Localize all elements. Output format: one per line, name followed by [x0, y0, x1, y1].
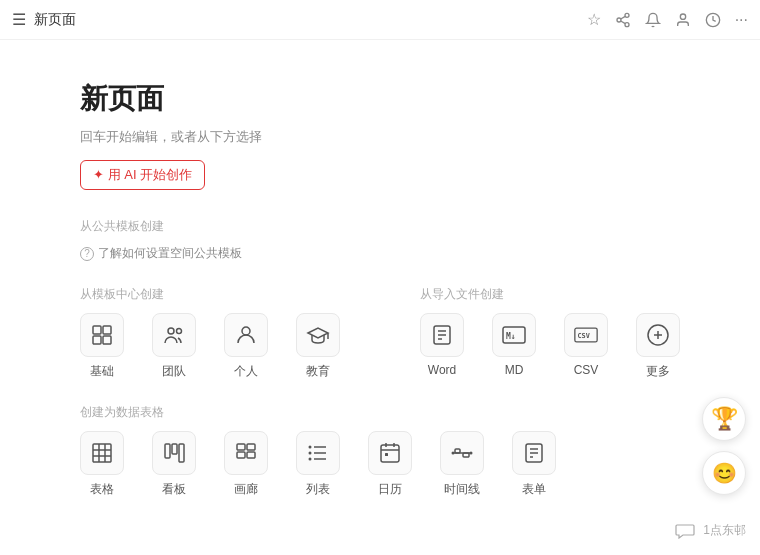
topbar: ☰ 新页面 ☆ ··· [0, 0, 760, 40]
more-import-icon-box [636, 313, 680, 357]
jichu-icon-box [80, 313, 124, 357]
chat-hint[interactable]: 1点东邨 [675, 522, 746, 539]
float-area: 🏆 😊 [702, 397, 746, 495]
jiaoyu-icon-box [296, 313, 340, 357]
create-biaodan[interactable]: 表单 [512, 431, 556, 498]
md-icon-box: M↓ [492, 313, 536, 357]
jiaoyu-label: 教育 [306, 363, 330, 380]
topbar-title: 新页面 [34, 11, 76, 29]
template-geren[interactable]: 个人 [224, 313, 268, 380]
svg-rect-34 [247, 444, 255, 450]
template-jichu[interactable]: 基础 [80, 313, 124, 380]
shijianxian-label: 时间线 [444, 481, 480, 498]
rili-label: 日历 [378, 481, 402, 498]
more-icon[interactable]: ··· [735, 11, 748, 29]
svg-rect-50 [463, 453, 469, 457]
csv-label: CSV [574, 363, 599, 377]
svg-point-1 [617, 18, 621, 22]
csv-icon-box: CSV [564, 313, 608, 357]
hualing-label: 画廊 [234, 481, 258, 498]
rili-icon-box [368, 431, 412, 475]
biaoge-label: 表格 [90, 481, 114, 498]
svg-point-52 [470, 452, 473, 455]
svg-line-3 [620, 21, 625, 24]
svg-point-13 [242, 327, 250, 335]
trophy-button[interactable]: 🏆 [702, 397, 746, 441]
svg-point-0 [625, 13, 629, 17]
user-icon[interactable] [675, 12, 691, 28]
help-icon: ? [80, 247, 94, 261]
page-title: 新页面 [80, 80, 680, 118]
create-liebiao[interactable]: 列表 [296, 431, 340, 498]
import-grid: Word M↓ MD CSV [420, 313, 680, 380]
svg-rect-36 [247, 452, 255, 458]
jichu-label: 基础 [90, 363, 114, 380]
md-label: MD [505, 363, 524, 377]
import-csv[interactable]: CSV CSV [564, 313, 608, 380]
svg-point-11 [168, 328, 174, 334]
word-icon-box [420, 313, 464, 357]
chat-label: 1点东邨 [703, 522, 746, 539]
kanban-label: 看板 [162, 481, 186, 498]
import-word[interactable]: Word [420, 313, 464, 380]
hualing-icon-box [224, 431, 268, 475]
biaodan-label: 表单 [522, 481, 546, 498]
create-hualing[interactable]: 画廊 [224, 431, 268, 498]
template-center-section: 从模板中心创建 基础 [80, 286, 340, 380]
svg-line-4 [620, 16, 625, 19]
svg-rect-7 [93, 326, 101, 334]
import-md[interactable]: M↓ MD [492, 313, 536, 380]
topbar-left: ☰ 新页面 [12, 10, 76, 29]
tuandui-icon-box [152, 313, 196, 357]
bell-icon[interactable] [645, 12, 661, 28]
svg-text:M↓: M↓ [506, 332, 516, 341]
svg-point-41 [309, 452, 312, 455]
svg-point-51 [452, 452, 455, 455]
create-shijianxian[interactable]: 时间线 [440, 431, 484, 498]
import-more[interactable]: 更多 [636, 313, 680, 380]
page-subtitle: 回车开始编辑，或者从下方选择 [80, 128, 680, 146]
topbar-right: ☆ ··· [587, 10, 748, 29]
liebiao-label: 列表 [306, 481, 330, 498]
template-center-grid: 基础 团队 [80, 313, 340, 380]
svg-point-42 [309, 458, 312, 461]
liebiao-icon-box [296, 431, 340, 475]
main-content: 新页面 回车开始编辑，或者从下方选择 ✦ 用 AI 开始创作 从公共模板创建 ?… [0, 40, 760, 542]
svg-rect-35 [237, 452, 245, 458]
avatar-button[interactable]: 😊 [702, 451, 746, 495]
svg-rect-47 [385, 453, 388, 456]
svg-rect-9 [93, 336, 101, 344]
create-table-section: 创建为数据表格 表格 [80, 404, 680, 498]
kanban-icon-box [152, 431, 196, 475]
ai-start-button[interactable]: ✦ 用 AI 开始创作 [80, 160, 205, 190]
shijianxian-icon-box [440, 431, 484, 475]
tuandui-label: 团队 [162, 363, 186, 380]
share-icon[interactable] [615, 12, 631, 28]
create-biaoge[interactable]: 表格 [80, 431, 124, 498]
more-import-label: 更多 [646, 363, 670, 380]
svg-point-5 [680, 14, 685, 19]
biaoge-icon-box [80, 431, 124, 475]
create-table-label: 创建为数据表格 [80, 404, 680, 421]
svg-rect-8 [103, 326, 111, 334]
create-kanban[interactable]: 看板 [152, 431, 196, 498]
svg-rect-10 [103, 336, 111, 344]
biaodan-icon-box [512, 431, 556, 475]
create-rili[interactable]: 日历 [368, 431, 412, 498]
star-icon[interactable]: ☆ [587, 10, 601, 29]
svg-point-2 [625, 22, 629, 26]
template-jiaoyu[interactable]: 教育 [296, 313, 340, 380]
geren-label: 个人 [234, 363, 258, 380]
svg-rect-25 [93, 444, 111, 462]
template-tuandui[interactable]: 团队 [152, 313, 196, 380]
svg-point-12 [177, 329, 182, 334]
create-table-grid: 表格 看板 [80, 431, 680, 498]
clock-icon[interactable] [705, 12, 721, 28]
menu-icon[interactable]: ☰ [12, 10, 26, 29]
help-text: 了解如何设置空间公共模板 [98, 245, 242, 262]
svg-rect-31 [172, 444, 177, 454]
public-template-label: 从公共模板创建 [80, 218, 680, 235]
public-template-help[interactable]: ? 了解如何设置空间公共模板 [80, 245, 680, 262]
import-section: 从导入文件创建 Word [420, 286, 680, 380]
svg-rect-33 [237, 444, 245, 450]
